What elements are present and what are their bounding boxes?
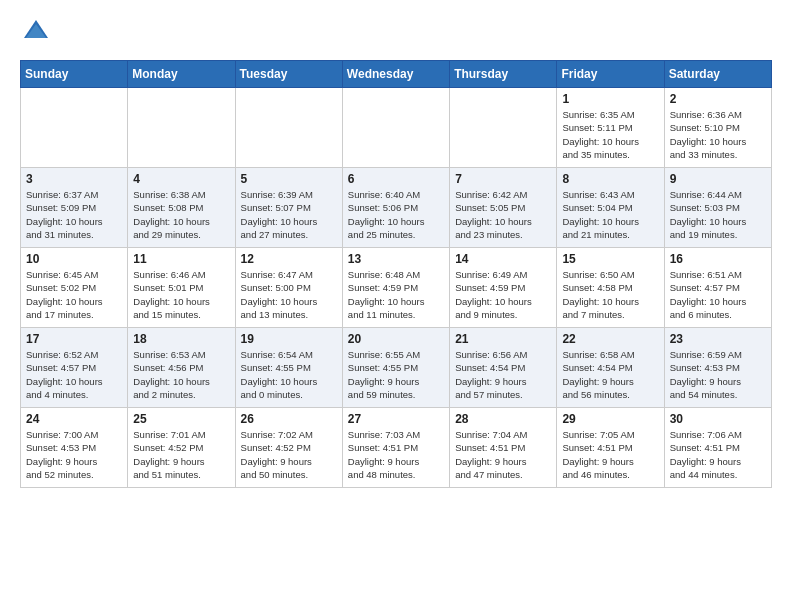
day-number: 8 — [562, 172, 658, 186]
calendar-cell — [450, 88, 557, 168]
day-number: 22 — [562, 332, 658, 346]
day-number: 11 — [133, 252, 229, 266]
calendar-cell: 4Sunrise: 6:38 AM Sunset: 5:08 PM Daylig… — [128, 168, 235, 248]
calendar-cell: 23Sunrise: 6:59 AM Sunset: 4:53 PM Dayli… — [664, 328, 771, 408]
day-number: 20 — [348, 332, 444, 346]
week-row-4: 17Sunrise: 6:52 AM Sunset: 4:57 PM Dayli… — [21, 328, 772, 408]
day-number: 3 — [26, 172, 122, 186]
calendar-cell: 18Sunrise: 6:53 AM Sunset: 4:56 PM Dayli… — [128, 328, 235, 408]
calendar-cell: 22Sunrise: 6:58 AM Sunset: 4:54 PM Dayli… — [557, 328, 664, 408]
day-info: Sunrise: 6:46 AM Sunset: 5:01 PM Dayligh… — [133, 268, 229, 321]
day-number: 10 — [26, 252, 122, 266]
day-number: 25 — [133, 412, 229, 426]
calendar-cell: 27Sunrise: 7:03 AM Sunset: 4:51 PM Dayli… — [342, 408, 449, 488]
day-number: 14 — [455, 252, 551, 266]
day-info: Sunrise: 7:06 AM Sunset: 4:51 PM Dayligh… — [670, 428, 766, 481]
day-info: Sunrise: 6:47 AM Sunset: 5:00 PM Dayligh… — [241, 268, 337, 321]
day-number: 19 — [241, 332, 337, 346]
weekday-header-thursday: Thursday — [450, 61, 557, 88]
calendar-cell: 9Sunrise: 6:44 AM Sunset: 5:03 PM Daylig… — [664, 168, 771, 248]
day-info: Sunrise: 6:50 AM Sunset: 4:58 PM Dayligh… — [562, 268, 658, 321]
day-info: Sunrise: 7:05 AM Sunset: 4:51 PM Dayligh… — [562, 428, 658, 481]
weekday-header-monday: Monday — [128, 61, 235, 88]
day-number: 15 — [562, 252, 658, 266]
day-info: Sunrise: 6:42 AM Sunset: 5:05 PM Dayligh… — [455, 188, 551, 241]
day-number: 23 — [670, 332, 766, 346]
day-number: 13 — [348, 252, 444, 266]
calendar-cell: 5Sunrise: 6:39 AM Sunset: 5:07 PM Daylig… — [235, 168, 342, 248]
week-row-3: 10Sunrise: 6:45 AM Sunset: 5:02 PM Dayli… — [21, 248, 772, 328]
calendar-cell: 3Sunrise: 6:37 AM Sunset: 5:09 PM Daylig… — [21, 168, 128, 248]
day-number: 6 — [348, 172, 444, 186]
day-number: 7 — [455, 172, 551, 186]
day-info: Sunrise: 6:39 AM Sunset: 5:07 PM Dayligh… — [241, 188, 337, 241]
calendar-cell: 28Sunrise: 7:04 AM Sunset: 4:51 PM Dayli… — [450, 408, 557, 488]
day-info: Sunrise: 6:55 AM Sunset: 4:55 PM Dayligh… — [348, 348, 444, 401]
day-number: 29 — [562, 412, 658, 426]
day-info: Sunrise: 6:48 AM Sunset: 4:59 PM Dayligh… — [348, 268, 444, 321]
weekday-header-wednesday: Wednesday — [342, 61, 449, 88]
day-info: Sunrise: 7:03 AM Sunset: 4:51 PM Dayligh… — [348, 428, 444, 481]
day-info: Sunrise: 6:35 AM Sunset: 5:11 PM Dayligh… — [562, 108, 658, 161]
calendar-cell: 7Sunrise: 6:42 AM Sunset: 5:05 PM Daylig… — [450, 168, 557, 248]
day-number: 12 — [241, 252, 337, 266]
day-info: Sunrise: 6:45 AM Sunset: 5:02 PM Dayligh… — [26, 268, 122, 321]
calendar-cell: 17Sunrise: 6:52 AM Sunset: 4:57 PM Dayli… — [21, 328, 128, 408]
calendar-cell — [342, 88, 449, 168]
day-number: 2 — [670, 92, 766, 106]
day-info: Sunrise: 6:38 AM Sunset: 5:08 PM Dayligh… — [133, 188, 229, 241]
day-number: 27 — [348, 412, 444, 426]
page: SundayMondayTuesdayWednesdayThursdayFrid… — [0, 0, 792, 504]
calendar-cell — [128, 88, 235, 168]
week-row-1: 1Sunrise: 6:35 AM Sunset: 5:11 PM Daylig… — [21, 88, 772, 168]
calendar-cell: 26Sunrise: 7:02 AM Sunset: 4:52 PM Dayli… — [235, 408, 342, 488]
day-info: Sunrise: 6:53 AM Sunset: 4:56 PM Dayligh… — [133, 348, 229, 401]
calendar-cell: 12Sunrise: 6:47 AM Sunset: 5:00 PM Dayli… — [235, 248, 342, 328]
day-number: 28 — [455, 412, 551, 426]
calendar-cell: 24Sunrise: 7:00 AM Sunset: 4:53 PM Dayli… — [21, 408, 128, 488]
day-number: 16 — [670, 252, 766, 266]
logo-icon — [22, 16, 50, 48]
weekday-header-friday: Friday — [557, 61, 664, 88]
day-info: Sunrise: 7:02 AM Sunset: 4:52 PM Dayligh… — [241, 428, 337, 481]
day-info: Sunrise: 6:59 AM Sunset: 4:53 PM Dayligh… — [670, 348, 766, 401]
calendar-cell — [21, 88, 128, 168]
day-info: Sunrise: 7:04 AM Sunset: 4:51 PM Dayligh… — [455, 428, 551, 481]
calendar-table: SundayMondayTuesdayWednesdayThursdayFrid… — [20, 60, 772, 488]
weekday-header-tuesday: Tuesday — [235, 61, 342, 88]
day-info: Sunrise: 6:37 AM Sunset: 5:09 PM Dayligh… — [26, 188, 122, 241]
day-number: 9 — [670, 172, 766, 186]
day-number: 4 — [133, 172, 229, 186]
week-row-5: 24Sunrise: 7:00 AM Sunset: 4:53 PM Dayli… — [21, 408, 772, 488]
calendar-cell: 11Sunrise: 6:46 AM Sunset: 5:01 PM Dayli… — [128, 248, 235, 328]
weekday-header-sunday: Sunday — [21, 61, 128, 88]
day-info: Sunrise: 6:51 AM Sunset: 4:57 PM Dayligh… — [670, 268, 766, 321]
day-number: 30 — [670, 412, 766, 426]
day-info: Sunrise: 6:36 AM Sunset: 5:10 PM Dayligh… — [670, 108, 766, 161]
calendar-cell: 15Sunrise: 6:50 AM Sunset: 4:58 PM Dayli… — [557, 248, 664, 328]
week-row-2: 3Sunrise: 6:37 AM Sunset: 5:09 PM Daylig… — [21, 168, 772, 248]
calendar-cell: 20Sunrise: 6:55 AM Sunset: 4:55 PM Dayli… — [342, 328, 449, 408]
day-number: 26 — [241, 412, 337, 426]
day-number: 17 — [26, 332, 122, 346]
calendar-cell: 29Sunrise: 7:05 AM Sunset: 4:51 PM Dayli… — [557, 408, 664, 488]
day-info: Sunrise: 6:44 AM Sunset: 5:03 PM Dayligh… — [670, 188, 766, 241]
weekday-header-saturday: Saturday — [664, 61, 771, 88]
calendar-cell: 30Sunrise: 7:06 AM Sunset: 4:51 PM Dayli… — [664, 408, 771, 488]
logo — [20, 16, 50, 48]
day-info: Sunrise: 6:54 AM Sunset: 4:55 PM Dayligh… — [241, 348, 337, 401]
calendar-cell: 19Sunrise: 6:54 AM Sunset: 4:55 PM Dayli… — [235, 328, 342, 408]
calendar-cell: 1Sunrise: 6:35 AM Sunset: 5:11 PM Daylig… — [557, 88, 664, 168]
day-info: Sunrise: 6:49 AM Sunset: 4:59 PM Dayligh… — [455, 268, 551, 321]
calendar-cell: 14Sunrise: 6:49 AM Sunset: 4:59 PM Dayli… — [450, 248, 557, 328]
day-info: Sunrise: 6:56 AM Sunset: 4:54 PM Dayligh… — [455, 348, 551, 401]
day-info: Sunrise: 7:00 AM Sunset: 4:53 PM Dayligh… — [26, 428, 122, 481]
calendar-cell: 25Sunrise: 7:01 AM Sunset: 4:52 PM Dayli… — [128, 408, 235, 488]
calendar-cell: 10Sunrise: 6:45 AM Sunset: 5:02 PM Dayli… — [21, 248, 128, 328]
calendar-cell: 21Sunrise: 6:56 AM Sunset: 4:54 PM Dayli… — [450, 328, 557, 408]
day-info: Sunrise: 6:52 AM Sunset: 4:57 PM Dayligh… — [26, 348, 122, 401]
calendar-cell: 13Sunrise: 6:48 AM Sunset: 4:59 PM Dayli… — [342, 248, 449, 328]
calendar-cell: 6Sunrise: 6:40 AM Sunset: 5:06 PM Daylig… — [342, 168, 449, 248]
day-number: 21 — [455, 332, 551, 346]
day-number: 18 — [133, 332, 229, 346]
